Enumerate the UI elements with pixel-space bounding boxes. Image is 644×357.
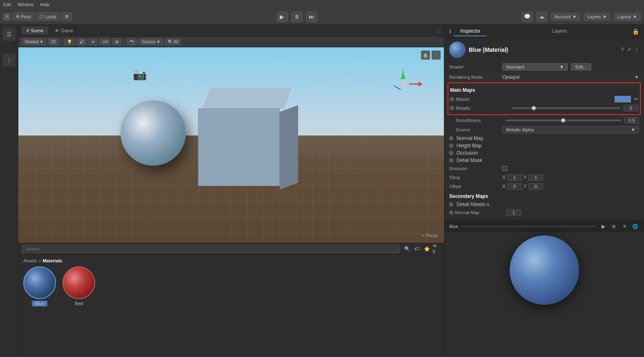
star-icon[interactable]: ⭐ — [423, 245, 431, 253]
detail-mask-row: Detail Mask — [449, 157, 639, 164]
shader-dropdown[interactable]: Standard ▼ — [502, 63, 568, 71]
scene-viewport[interactable]: 📷 X — [18, 47, 444, 243]
smoothness-value-field[interactable]: 0.5 — [624, 117, 639, 124]
collab-icon: 💬 — [524, 13, 530, 20]
cube-front — [198, 109, 280, 186]
layout-dropdown[interactable]: Layout ▼ — [614, 13, 641, 21]
scene-game-tabs: # Scene 👁 Game ⋮ — [18, 24, 444, 37]
albedo-controls: ✏ — [615, 96, 638, 102]
panel-header: ℹ Inspector Layers 🔒 — [444, 24, 644, 38]
normal-map-circle — [449, 136, 453, 140]
menu-window[interactable]: Window — [18, 2, 33, 7]
cloud-button[interactable]: ☁ — [536, 11, 548, 22]
tag-icon[interactable]: 🏷 — [413, 245, 421, 253]
audio-btn[interactable]: 🔊 — [76, 38, 87, 45]
collab-button[interactable]: 💬 — [521, 11, 533, 22]
asset-browser-content: Assets > Materials Blue Red — [18, 255, 444, 357]
inspector-panel: ℹ Inspector Layers 🔒 Blue (Material) ? ↗… — [444, 24, 644, 357]
toolbar-right: 💬 ☁ Account ▼ Layers ▼ Layout ▼ — [521, 11, 641, 22]
smoothness-slider[interactable] — [506, 120, 621, 121]
tiling-y-input[interactable] — [528, 174, 543, 181]
material-preview-section — [444, 232, 644, 308]
sphere-preview-icon[interactable]: ⊕ — [610, 222, 618, 231]
tab-inspector[interactable]: Inspector — [454, 27, 487, 36]
preview-label: Blue — [449, 224, 458, 229]
secondary-normal-field[interactable]: 1 — [506, 209, 521, 216]
play-preview-icon[interactable]: ▶ — [599, 222, 607, 231]
sun-preview-icon[interactable]: ☀ — [620, 222, 628, 231]
main-layout: ☰ ⋮ # Scene 👁 Game ⋮ Shaded ▼ 2D — [0, 24, 644, 357]
emission-checkbox[interactable] — [502, 166, 507, 171]
gizmos-btn[interactable]: Gizmos ▼ — [139, 38, 163, 45]
env-preview-icon[interactable]: 🌐 — [631, 222, 639, 231]
tiling-x-label: X — [502, 175, 506, 180]
metallic-slider[interactable] — [512, 107, 620, 109]
tab-game[interactable]: 👁 Game — [50, 27, 78, 35]
chevron-down-icon: ▼ — [602, 14, 607, 19]
search-scene-btn[interactable]: 🔍 All — [165, 38, 181, 45]
detail-mask-circle — [449, 158, 453, 162]
material-label-red: Red — [71, 301, 86, 306]
shader-edit-button[interactable]: Edit... — [571, 63, 591, 71]
chevron-down-icon: ▼ — [559, 64, 564, 69]
menu-help[interactable]: Help — [40, 2, 49, 7]
metallic-thumb[interactable] — [532, 106, 536, 110]
preview-bar: Blue ▶ ⊕ ☀ 🌐 — [444, 220, 644, 232]
expand-icon[interactable]: ↗ — [627, 47, 631, 53]
rendering-chevron[interactable]: ▼ — [634, 74, 639, 80]
asset-search-input[interactable] — [22, 245, 400, 253]
scene-hash-icon: # — [27, 28, 29, 33]
normal-map-row: Normal Map — [449, 135, 639, 142]
detail-albedo-circle — [449, 202, 453, 206]
tiling-x-input[interactable] — [507, 174, 522, 181]
pivot-button[interactable]: ⊕ Pivot — [12, 12, 34, 21]
pause-button[interactable]: ⏸ — [291, 11, 303, 22]
play-button[interactable]: ▶ — [276, 11, 288, 22]
2d-toggle[interactable]: 2D — [48, 38, 59, 45]
material-item-red[interactable]: Red — [62, 266, 95, 306]
offset-x-input[interactable] — [507, 183, 522, 190]
tab-scene[interactable]: # Scene — [22, 27, 48, 35]
cube-top — [203, 88, 292, 109]
lock-icon[interactable]: 🔒 — [421, 51, 430, 60]
panel-tab-row: ℹ Inspector — [449, 27, 487, 36]
source-dropdown[interactable]: Metallic Alpha ▼ — [502, 126, 639, 133]
albedo-color-swatch[interactable] — [615, 96, 631, 102]
metallic-value-field[interactable]: 0 — [624, 105, 638, 111]
asset-search-bar: 🔍 🏷 ⭐ 👁 9 — [18, 243, 444, 255]
eyedropper-icon[interactable]: ✏ — [634, 96, 638, 102]
local-button[interactable]: ⬡ Local — [36, 12, 59, 21]
sidebar-dots-icon[interactable]: ⋮ — [2, 54, 16, 67]
shader-row: Shader Standard ▼ Edit... — [449, 62, 639, 72]
grid-button[interactable]: ⊞ — [61, 12, 72, 21]
tab-layers[interactable]: Layers — [546, 27, 573, 36]
eye-icon[interactable]: 👁 9 — [432, 245, 441, 253]
search-icon[interactable]: 🔍 — [403, 245, 411, 253]
step-button[interactable]: ⏭ — [306, 11, 317, 22]
smoothness-thumb[interactable] — [561, 118, 565, 122]
tiling-row: Tiling X Y — [449, 173, 639, 182]
account-dropdown[interactable]: Account ▼ — [551, 13, 581, 21]
effects-btn[interactable]: ✦ — [89, 38, 98, 45]
layers-scene-btn[interactable]: ⊙0 — [99, 38, 111, 45]
offset-y-input[interactable] — [528, 183, 543, 190]
chevron-down-icon: ▼ — [39, 40, 43, 44]
layers-dropdown[interactable]: Layers ▼ — [584, 13, 611, 21]
source-chevron-icon: ▼ — [631, 127, 635, 132]
lock-panel-icon[interactable]: 🔒 — [632, 28, 639, 35]
lighting-btn[interactable]: 💡 — [64, 38, 75, 45]
gizmo-y-label: Y — [402, 69, 405, 73]
more-options-icon[interactable]: ⋮ — [432, 51, 441, 60]
more-icon[interactable]: ⋮ — [634, 47, 639, 53]
sidebar-menu-icon[interactable]: ☰ — [2, 28, 16, 41]
shading-dropdown[interactable]: Shaded ▼ — [22, 38, 46, 45]
camera-btn[interactable]: 📷 — [127, 38, 137, 45]
bottom-panel: 🔍 🏷 ⭐ 👁 9 Assets > Materials Blue — [18, 243, 444, 357]
material-item-blue[interactable]: Blue — [23, 266, 56, 306]
scene-panel-options[interactable]: ⋮ — [436, 28, 441, 33]
snap-btn[interactable]: ⊞ — [112, 38, 121, 45]
transform-gizmo: X Y — [387, 68, 419, 100]
toolbar-left: ✕ ⊕ Pivot ⬡ Local ⊞ — [3, 12, 72, 21]
menu-edit[interactable]: Edit — [3, 2, 11, 7]
help-icon[interactable]: ? — [621, 47, 624, 53]
